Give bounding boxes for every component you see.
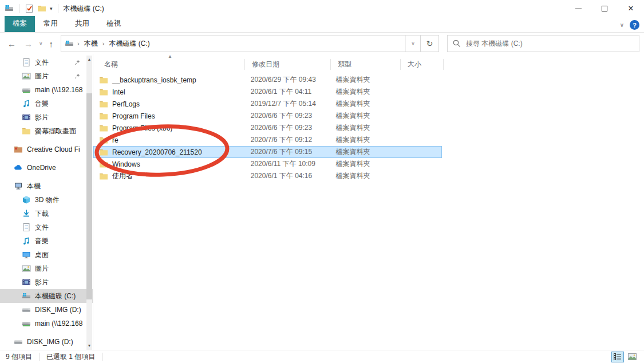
sidebar-item-label: DISK_IMG (D:) [27,338,73,346]
file-date: 2020/6/6 下午 09:23 [244,111,330,121]
scroll-up-icon[interactable]: ▲ [86,56,92,62]
breadcrumb-this-pc[interactable]: 本機 [83,38,99,50]
breadcrumb-local-disk-c[interactable]: 本機磁碟 (C:) [108,38,151,50]
sidebar-item[interactable]: 圖片 [0,262,93,275]
collapse-ribbon-chevron-icon[interactable]: ∨ [620,22,624,28]
sidebar-item[interactable]: 本機 [0,179,93,193]
sidebar-item[interactable]: 螢幕擷取畫面 [0,124,93,138]
file-row[interactable]: __backuptrans_iosbk_temp2020/6/29 下午 09:… [93,74,442,86]
sidebar-item[interactable]: Creative Cloud Fi [0,143,93,156]
file-row[interactable]: re2020/7/6 下午 09:12檔案資料夾 [93,134,442,146]
customize-toolbar-arrow[interactable]: ▾ [50,6,53,11]
sidebar-item[interactable]: 下載 [0,207,93,220]
sidebar-list: 文件圖片main (\\192.168音樂影片螢幕擷取畫面Creative Cl… [0,56,93,349]
file-row[interactable]: Program Files (x86)2020/6/6 下午 09:23檔案資料… [93,122,442,134]
title-bar: ▾ 本機磁碟 (C:) × [0,0,644,17]
file-name: __backuptrans_iosbk_temp [112,76,196,84]
sidebar-item[interactable]: main (\\192.168 [0,83,93,97]
file-type: 檔案資料夾 [330,171,399,181]
sidebar-item-label: DISK_IMG (D:) [35,306,81,314]
sidebar-item-label: 文件 [35,58,49,68]
minimize-button[interactable] [565,0,591,17]
picture-icon [22,264,31,273]
forward-button[interactable]: → [20,39,37,49]
sidebar-item[interactable]: 影片 [0,275,93,289]
selected-count-label: 已選取 1 個項目 [46,352,95,362]
sidebar-item-label: Creative Cloud Fi [27,145,80,153]
sidebar-item[interactable]: 文件 [0,56,93,69]
address-dropdown-chevron-icon[interactable]: ∨ [405,35,420,52]
ribbon-tab-row: 檔案 常用 共用 檢視 ∨ ? [0,17,644,33]
tab-view[interactable]: 檢視 [98,16,129,32]
sidebar-item[interactable]: 音樂 [0,234,93,248]
file-row[interactable]: Program Files2020/6/6 下午 09:23檔案資料夾 [93,110,442,122]
properties-check-icon[interactable] [25,4,34,13]
file-name: Program Files [112,112,155,120]
back-button[interactable]: ← [3,39,20,49]
sidebar-item-label: 影片 [35,113,49,123]
file-row[interactable]: Intel2020/6/1 下午 04:11檔案資料夾 [93,86,442,98]
window-controls: × [565,0,644,17]
file-name-cell: Program Files [94,112,244,121]
file-list-area: ▲ 名稱 修改日期 類型 大小 __backuptrans_iosbk_temp… [93,54,644,350]
sidebar-item[interactable]: 3D 物件 [0,193,93,207]
sidebar-item[interactable]: 本機磁碟 (C:) [0,289,93,303]
new-folder-icon[interactable] [37,4,46,13]
sidebar-scrollbar[interactable]: ▲ ▼ [86,56,92,350]
thumbnail-view-icon[interactable] [626,352,638,362]
sort-ascending-icon: ▲ [168,54,172,59]
folder-icon [99,148,108,157]
tab-file[interactable]: 檔案 [5,16,35,32]
column-header-size[interactable]: 大小 [401,59,444,70]
sidebar-item[interactable]: 文件 [0,220,93,234]
file-row[interactable]: Recovery_20200706_2115202020/7/6 下午 09:1… [93,146,442,158]
sidebar-item[interactable]: OneDrive [0,161,93,175]
sidebar-item-label: 影片 [35,278,49,287]
file-row[interactable]: 使用者2020/6/1 下午 04:16檔案資料夾 [93,170,442,182]
file-row[interactable]: Windows2020/6/11 下午 10:09檔案資料夾 [93,158,442,170]
scrollbar-thumb[interactable] [86,93,92,299]
file-date: 2020/6/1 下午 04:11 [244,87,330,97]
sidebar-item-label: 桌面 [35,250,49,260]
details-view-icon[interactable] [611,352,624,362]
column-header-type[interactable]: 類型 [331,59,401,70]
onedrive-icon [14,163,23,172]
search-input[interactable] [466,40,634,48]
scroll-down-icon[interactable]: ▼ [86,342,92,349]
search-box[interactable] [447,35,639,52]
address-bar[interactable]: › 本機 › 本機磁碟 (C:) ∨ [61,35,421,52]
help-icon[interactable]: ? [630,20,639,30]
maximize-button[interactable] [591,0,618,17]
sidebar-item[interactable]: main (\\192.168 [0,317,93,330]
refresh-icon[interactable]: ↻ [421,35,439,52]
sidebar-item[interactable]: DISK_IMG (D:) [0,303,93,317]
network-drive-icon [22,85,31,94]
sidebar-item-label: 音樂 [35,99,49,109]
breadcrumb: › 本機 › 本機磁碟 (C:) [61,38,405,50]
status-bar: 9 個項目 已選取 1 個項目 [0,350,644,363]
history-chevron-icon[interactable]: ∨ [37,41,45,46]
column-header-date[interactable]: 修改日期 [245,59,331,70]
close-button[interactable]: × [618,0,644,17]
sidebar-item[interactable]: 桌面 [0,248,93,262]
creative-cloud-icon [14,145,23,154]
file-name-cell: Intel [94,88,244,97]
file-row[interactable]: PerfLogs2019/12/7 下午 05:14檔案資料夾 [93,98,442,110]
file-name-cell: PerfLogs [94,100,244,109]
sidebar-item[interactable]: 音樂 [0,97,93,111]
sidebar-item-label: 3D 物件 [35,195,60,205]
sidebar-item[interactable]: DISK_IMG (D:) [0,335,93,349]
sidebar-item[interactable]: 圖片 [0,69,93,83]
folder-icon [99,172,108,181]
file-date: 2020/7/6 下午 09:12 [244,135,330,145]
drive-icon [22,305,31,314]
up-button[interactable]: ↑ [45,39,58,49]
column-header-name[interactable]: ▲ 名稱 [93,59,245,70]
computer-icon [14,182,23,191]
status-separator [102,353,102,361]
tab-share[interactable]: 共用 [66,16,98,32]
file-name: Program Files (x86) [112,124,172,132]
file-name-cell: re [94,136,244,145]
sidebar-item[interactable]: 影片 [0,111,93,124]
tab-home[interactable]: 常用 [35,16,66,32]
